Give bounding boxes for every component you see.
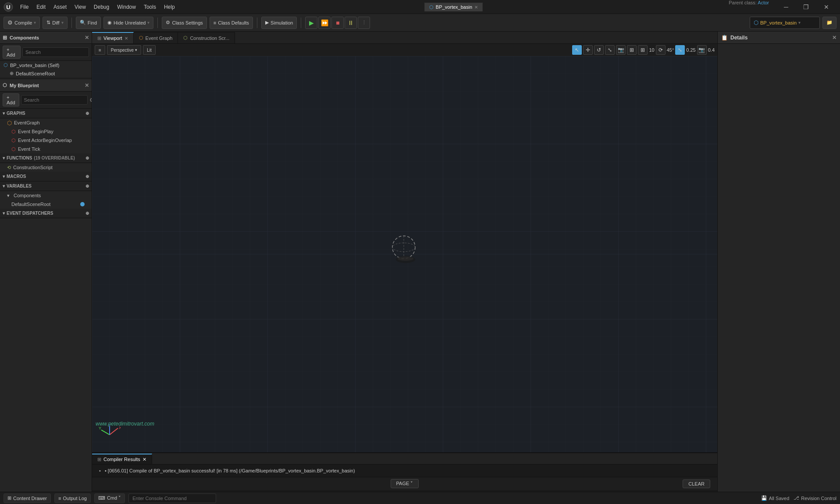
compiler-results-tab[interactable]: ⊞ Compiler Results ✕ bbox=[92, 454, 152, 464]
variables-add-icon[interactable]: ⊕ bbox=[85, 184, 89, 188]
title-bar: U File Edit Asset View Debug Window Tool… bbox=[0, 0, 840, 14]
variables-components-group[interactable]: ▾ Components bbox=[0, 191, 92, 200]
graphs-section-header[interactable]: ▾ GRAPHS ⊕ bbox=[0, 109, 92, 118]
lit-button[interactable]: Lit bbox=[143, 45, 156, 55]
macros-add-icon[interactable]: ⊕ bbox=[85, 174, 89, 179]
menu-tools[interactable]: Tools bbox=[140, 3, 160, 11]
variables-section-header[interactable]: ▾ VARIABLES ⊕ bbox=[0, 181, 92, 191]
component-self[interactable]: ⬡ BP_vortex_basin (Self) bbox=[0, 61, 92, 69]
cmd-button[interactable]: ⌨ Cmd ˅ bbox=[94, 493, 125, 503]
simulation-button[interactable]: ▶ Simulation bbox=[261, 17, 297, 29]
camera-speed-button[interactable]: 📷 bbox=[697, 45, 707, 55]
my-bp-add-button[interactable]: + Add bbox=[3, 93, 19, 106]
event-tick-item[interactable]: ⬡ Event Tick bbox=[0, 145, 92, 153]
event-dispatchers-section-header[interactable]: ▾ EVENT DISPATCHERS ⊕ bbox=[0, 209, 92, 218]
var-default-scene-root[interactable]: DefaultSceneRoot bbox=[0, 200, 92, 209]
main-tab[interactable]: ⬡ BP_vortex_basin ✕ bbox=[424, 3, 483, 11]
angle-snap-button[interactable]: ⟳ bbox=[656, 45, 666, 55]
title-bar-tabs: ⬡ BP_vortex_basin ✕ bbox=[424, 3, 483, 11]
functions-section-header[interactable]: ▾ FUNCTIONS ( 19 OVERRIDABLE ) ⊕ bbox=[0, 153, 92, 163]
components-search-row: + Add bbox=[0, 44, 92, 61]
component-default-scene-root-label: DefaultSceneRoot bbox=[16, 71, 55, 76]
event-graph-icon: ⬡ bbox=[7, 120, 12, 126]
construction-script-item[interactable]: ⟲ ConstructionScript bbox=[0, 163, 92, 172]
graphs-add-icon[interactable]: ⊕ bbox=[85, 111, 89, 116]
menu-file[interactable]: File bbox=[17, 3, 32, 11]
page-button[interactable]: PAGE ˅ bbox=[391, 479, 419, 488]
svg-point-7 bbox=[392, 243, 415, 252]
rotate-button[interactable]: ↺ bbox=[594, 45, 604, 55]
class-settings-icon: ⚙ bbox=[166, 20, 170, 25]
tab-close-icon[interactable]: ✕ bbox=[474, 5, 478, 10]
pause-button[interactable]: ⏸ bbox=[345, 17, 357, 29]
diff-button[interactable]: ⇅ Diff ▾ bbox=[43, 17, 67, 29]
camera-button[interactable]: 📷 bbox=[616, 45, 626, 55]
maximize-button[interactable]: ❐ bbox=[796, 0, 816, 14]
details-title: Details bbox=[730, 35, 747, 41]
clear-button[interactable]: CLEAR bbox=[683, 479, 710, 488]
add-component-button[interactable]: + Add bbox=[3, 46, 21, 59]
event-graph-item[interactable]: ⬡ EventGraph bbox=[0, 118, 92, 127]
output-log-button[interactable]: ≡ Output Log bbox=[54, 493, 91, 503]
details-content bbox=[718, 44, 840, 51]
viewport-tab-close-icon[interactable]: ✕ bbox=[125, 36, 128, 41]
all-saved-status[interactable]: 💾 All Saved bbox=[761, 495, 789, 501]
step-button[interactable]: ⏩ bbox=[318, 17, 331, 29]
compiler-results-close-icon[interactable]: ✕ bbox=[142, 457, 146, 462]
functions-add-icon[interactable]: ⊕ bbox=[85, 156, 89, 160]
perspective-button[interactable]: Perspective ▾ bbox=[107, 45, 141, 55]
class-settings-button[interactable]: ⚙ Class Settings bbox=[162, 17, 206, 29]
viewport-area[interactable]: ≡ Perspective ▾ Lit ↖ ✛ ↺ ⤡ 📷 ⊞ ⊞ 10 bbox=[92, 44, 717, 452]
console-command-input[interactable] bbox=[128, 493, 216, 503]
my-blueprint-close-icon[interactable]: ✕ bbox=[85, 82, 89, 89]
class-defaults-button[interactable]: ≡ Class Defaults bbox=[210, 17, 253, 29]
stop-button[interactable]: ■ bbox=[331, 17, 344, 29]
scale-button[interactable]: ⤡ bbox=[605, 45, 615, 55]
surface-snap-button[interactable]: ⊞ bbox=[627, 45, 637, 55]
viewport-tab-icon: ⊞ bbox=[97, 35, 101, 41]
content-drawer-button[interactable]: ⊞ Content Drawer bbox=[4, 493, 51, 503]
var-scene-root-label: DefaultSceneRoot bbox=[11, 202, 50, 207]
event-actor-begin-overlap-item[interactable]: ⬡ Event ActorBeginOverlap bbox=[0, 136, 92, 145]
graphs-label: GRAPHS bbox=[7, 111, 25, 116]
close-button[interactable]: ✕ bbox=[816, 0, 836, 14]
viewport-tab-label: Viewport bbox=[103, 35, 122, 41]
event-begin-play-item[interactable]: ⬡ Event BeginPlay bbox=[0, 127, 92, 136]
more-play-button[interactable]: ⋮ bbox=[358, 17, 370, 29]
tab-construction-script[interactable]: ⬡ Construction Scr... bbox=[178, 32, 235, 43]
menu-view[interactable]: View bbox=[71, 3, 89, 11]
class-defaults-icon: ≡ bbox=[214, 20, 216, 25]
find-button[interactable]: 🔍 Find bbox=[76, 17, 101, 29]
hamburger-menu-button[interactable]: ≡ bbox=[95, 45, 105, 55]
bp-name-dropdown[interactable]: ⬡ BP_vortex_basin ▾ bbox=[750, 17, 820, 29]
tab-event-graph[interactable]: ⬡ Event Graph bbox=[134, 32, 178, 43]
play-button[interactable]: ▶ bbox=[305, 17, 317, 29]
clear-label: CLEAR bbox=[688, 481, 705, 486]
bp-browse-button[interactable]: 📁 bbox=[822, 17, 836, 29]
translate-button[interactable]: ✛ bbox=[583, 45, 593, 55]
my-blueprint-search-input[interactable] bbox=[21, 95, 88, 105]
minimize-button[interactable]: ─ bbox=[776, 0, 796, 14]
component-default-scene-root[interactable]: ⊕ DefaultSceneRoot bbox=[0, 69, 92, 78]
event-dispatchers-add-icon[interactable]: ⊕ bbox=[85, 211, 89, 216]
components-close-icon[interactable]: ✕ bbox=[85, 35, 89, 41]
tab-viewport[interactable]: ⊞ Viewport ✕ bbox=[92, 32, 134, 43]
menu-edit[interactable]: Edit bbox=[33, 3, 49, 11]
var-type-indicator bbox=[80, 202, 85, 206]
components-search-input[interactable] bbox=[22, 47, 89, 57]
revision-control-status[interactable]: ⎇ Revision Control bbox=[794, 495, 836, 501]
menu-help[interactable]: Help bbox=[160, 3, 178, 11]
compile-button[interactable]: ⚙ Compile ▾ bbox=[4, 17, 40, 29]
menu-debug[interactable]: Debug bbox=[90, 3, 113, 11]
grid-snap-button[interactable]: ⊞ bbox=[638, 45, 648, 55]
axis-gizmo: X Y Z bbox=[99, 424, 121, 446]
select-mode-button[interactable]: ↖ bbox=[572, 45, 582, 55]
menu-asset[interactable]: Asset bbox=[50, 3, 70, 11]
details-close-icon[interactable]: ✕ bbox=[832, 35, 836, 41]
menu-window[interactable]: Window bbox=[114, 3, 139, 11]
all-saved-label: All Saved bbox=[769, 496, 789, 501]
scale-snap-button[interactable]: ⤡ bbox=[675, 45, 685, 55]
hide-unrelated-button[interactable]: ◉ Hide Unrelated ▾ bbox=[103, 17, 153, 29]
macros-section-header[interactable]: ▾ MACROS ⊕ bbox=[0, 172, 92, 181]
event-graph-label: EventGraph bbox=[14, 120, 40, 125]
